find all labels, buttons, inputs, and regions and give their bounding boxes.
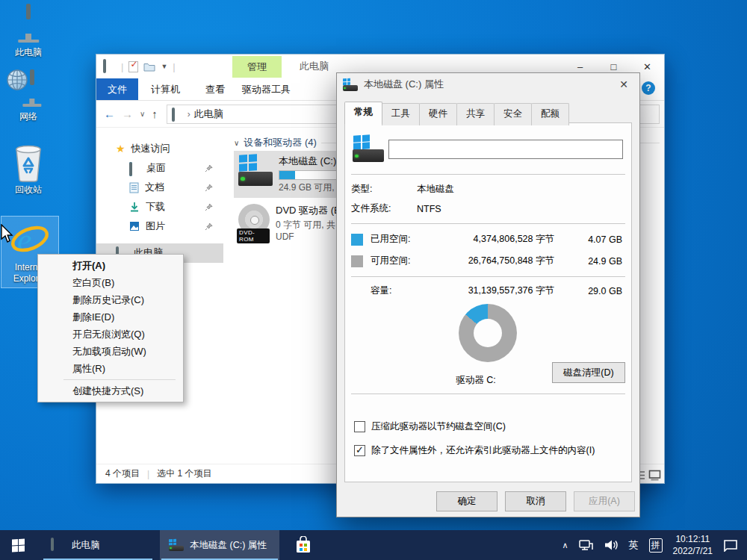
dvd-drive-icon: DVD-ROM [238, 204, 270, 242]
back-icon[interactable]: ← [104, 108, 115, 120]
ribbon-tab-file[interactable]: 文件 [96, 78, 138, 100]
sidebar-item-quick-access[interactable]: ★ 快速访问 [96, 139, 223, 158]
used-space-row: 已用空间: 4,374,806,528 字节 4.07 GB [351, 233, 622, 246]
thumbnail-view-icon[interactable] [648, 470, 661, 481]
taskbar-clock[interactable]: 10:12:11 2022/7/21 [673, 533, 713, 557]
ime-indicator[interactable]: 拼 [649, 538, 663, 553]
free-size: 24.9 GB [554, 256, 622, 267]
used-label: 已用空间: [371, 233, 429, 246]
capacity-size: 29.0 GB [554, 286, 622, 296]
network-tray-icon[interactable] [579, 539, 594, 551]
ribbon-tab-drive-tools[interactable]: 驱动器工具 [229, 78, 303, 100]
desktop-icon-label: 回收站 [0, 184, 57, 196]
menu-item-open[interactable]: 打开(A) [38, 257, 183, 274]
up-icon[interactable]: ↑ [152, 108, 158, 120]
apply-button: 应用(A) [574, 491, 635, 511]
disk-cleanup-button[interactable]: 磁盘清理(D) [552, 362, 625, 383]
pin-icon [205, 203, 213, 211]
general-tab-page: 类型: 本地磁盘 文件系统: NTFS 已用空间: 4,374,806,528 … [344, 122, 632, 482]
menu-item-delete-ie[interactable]: 删除IE(D) [38, 308, 183, 326]
tab-tools[interactable]: 工具 [382, 103, 420, 125]
tab-general[interactable]: 常规 [344, 102, 382, 124]
local-disk-icon [238, 155, 273, 186]
forward-icon[interactable]: → [122, 108, 133, 120]
tab-security[interactable]: 安全 [494, 103, 532, 125]
filesystem-value: NTFS [417, 204, 441, 214]
sidebar-item-label: 文档 [145, 181, 164, 194]
dialog-buttons: 确定 取消 应用(A) [337, 491, 639, 511]
taskbar: 此电脑 本地磁盘 (C:) 属性 ∧ 英 拼 10:12:11 [0, 530, 747, 560]
pin-icon [205, 184, 213, 192]
sidebar-item-label: 桌面 [146, 161, 166, 175]
taskbar-task-this-pc[interactable]: 此电脑 [42, 530, 154, 560]
clock-date: 2022/7/21 [673, 545, 713, 557]
network-icon [0, 72, 57, 109]
star-icon: ★ [116, 143, 125, 155]
compress-checkbox-row[interactable]: 压缩此驱动器以节约磁盘空间(C) [354, 420, 506, 433]
ribbon-contextual-group[interactable]: 管理 [232, 56, 282, 78]
desktop-folder-icon [129, 164, 140, 173]
used-bytes: 4,374,806,528 字节 [429, 233, 554, 246]
action-center-icon[interactable] [723, 539, 738, 552]
sidebar-item-label: 图片 [146, 220, 165, 233]
capacity-row: 容量: 31,139,557,376 字节 29.0 GB [351, 284, 622, 297]
compress-checkbox[interactable] [354, 421, 365, 432]
download-icon [129, 202, 140, 213]
this-pc-icon [0, 6, 57, 45]
taskbar-store-button[interactable] [285, 530, 321, 560]
desktop-icon-label: 此电脑 [0, 47, 57, 58]
volume-icon[interactable] [604, 539, 619, 551]
capacity-bar-fill [279, 171, 295, 179]
menu-item-delete-history[interactable]: 删除历史记录(C) [38, 291, 183, 308]
type-row: 类型: 本地磁盘 [351, 183, 622, 196]
desktop-icon-network[interactable]: 网络 [0, 72, 57, 122]
desktop-icon-label: 网络 [0, 111, 57, 122]
help-icon[interactable]: ? [642, 81, 655, 95]
pin-icon [205, 164, 213, 172]
sidebar-item-pictures[interactable]: 图片 [96, 217, 223, 236]
sidebar-item-documents[interactable]: 文档 [96, 178, 223, 197]
type-value: 本地磁盘 [417, 183, 454, 196]
type-label: 类型: [351, 183, 417, 196]
qat-properties-icon[interactable]: ✓ [128, 61, 138, 72]
qat-separator: | [173, 61, 175, 72]
volume-label-input[interactable] [388, 140, 623, 159]
sidebar-item-downloads[interactable]: 下载 [96, 197, 223, 217]
sidebar-item-desktop[interactable]: 桌面 [96, 158, 223, 178]
menu-item-create-shortcut[interactable]: 创建快捷方式(S) [38, 382, 183, 399]
pictures-icon [129, 221, 140, 231]
ok-button[interactable]: 确定 [436, 491, 498, 511]
tab-quota[interactable]: 配额 [531, 103, 569, 125]
tab-sharing[interactable]: 共享 [456, 103, 495, 125]
taskbar-task-properties[interactable]: 本地磁盘 (C:) 属性 [160, 530, 279, 560]
dialog-drive-icon [343, 78, 358, 91]
menu-item-inprivate[interactable]: 开启无痕浏览(Q) [38, 326, 183, 343]
explorer-window-title: 此电脑 [300, 55, 329, 78]
context-menu: 打开(A) 空白页(B) 删除历史记录(C) 删除IE(D) 开启无痕浏览(Q)… [37, 254, 184, 402]
tab-hardware[interactable]: 硬件 [419, 103, 457, 125]
menu-item-blank-page[interactable]: 空白页(B) [38, 274, 183, 291]
drive-icon-large [353, 135, 384, 162]
dialog-close-icon[interactable]: ✕ [608, 73, 639, 96]
cancel-button[interactable]: 取消 [505, 491, 566, 511]
ribbon-tab-computer[interactable]: 计算机 [138, 78, 193, 100]
qat-customize-icon[interactable]: ▼ [161, 63, 167, 70]
explorer-app-icon [103, 60, 116, 72]
document-icon [129, 182, 139, 193]
breadcrumb-chevron-icon: › [187, 109, 190, 119]
history-dropdown-icon[interactable]: ∨ [140, 110, 145, 118]
menu-item-no-addons[interactable]: 无加载项启动(W) [38, 343, 183, 360]
menu-separator [63, 379, 176, 380]
tray-chevron-up-icon[interactable]: ∧ [562, 541, 568, 550]
index-checkbox-row[interactable]: 除了文件属性外，还允许索引此驱动器上文件的内容(I) [354, 444, 595, 457]
start-button[interactable] [0, 530, 36, 560]
breadcrumb[interactable]: 此电脑 [194, 108, 223, 121]
menu-item-properties[interactable]: 属性(R) [38, 360, 183, 377]
index-checkbox[interactable] [354, 445, 365, 456]
desktop-icon-this-pc[interactable]: 此电脑 [0, 6, 57, 58]
qat-new-folder-icon[interactable] [143, 62, 155, 72]
sidebar-item-label: 快速访问 [131, 142, 170, 155]
language-indicator[interactable]: 英 [629, 538, 639, 552]
mouse-cursor [0, 224, 13, 243]
desktop-icon-recycle-bin[interactable]: 回收站 [0, 142, 57, 196]
